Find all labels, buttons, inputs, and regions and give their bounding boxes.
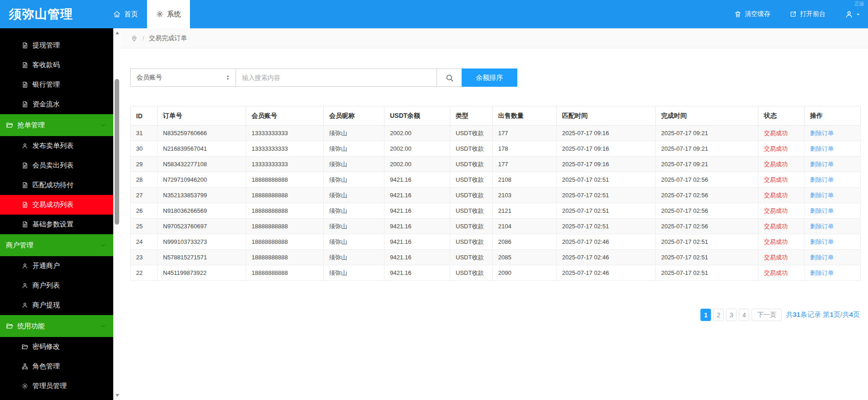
page-button[interactable]: 3 <box>726 309 736 321</box>
user-icon <box>21 282 28 289</box>
table-cell: USDT收款 <box>450 250 493 265</box>
user-icon <box>845 10 853 19</box>
page-button[interactable]: 4 <box>739 309 749 321</box>
clear-cache-link[interactable]: 清空缓存 <box>734 10 770 18</box>
table-cell: 177 <box>493 157 557 172</box>
table-cell: USDT收款 <box>450 203 493 219</box>
column-header: 订单号 <box>158 106 246 126</box>
sidebar-section[interactable]: 统用功能 <box>0 315 113 337</box>
sidebar-section[interactable]: 抢单管理 <box>0 114 113 136</box>
table-cell: 交易成功 <box>758 172 805 188</box>
page-button-active[interactable]: 1 <box>700 309 711 321</box>
sidebar-item[interactable]: 交易成功列表 <box>0 195 113 215</box>
sidebar-section[interactable]: 商户管理 <box>0 234 113 256</box>
sidebar-item[interactable]: 商户提现 <box>0 295 113 315</box>
column-header: 会员账号 <box>246 106 324 126</box>
table-cell: 交易成功 <box>758 141 805 157</box>
page-button[interactable]: 2 <box>713 309 724 321</box>
doc-icon <box>21 62 28 68</box>
watermark-label: 正版 <box>854 0 864 7</box>
sidebar-item-label: 管理员管理 <box>32 382 67 390</box>
scroll-down-arrow[interactable] <box>114 392 121 399</box>
sidebar-item[interactable]: 角色管理 <box>0 357 113 376</box>
external-link-icon <box>789 11 797 18</box>
sidebar-item[interactable]: 开通商户 <box>0 256 113 276</box>
table-cell: 18888888888 <box>246 250 324 265</box>
sidebar-item[interactable]: 商户列表 <box>0 276 113 295</box>
delete-order-link[interactable]: 删除订单 <box>810 254 834 261</box>
chevron-down-icon <box>100 122 106 128</box>
table-cell: 13333333333 <box>246 126 324 141</box>
sidebar-item[interactable]: 匹配成功待付 <box>0 175 113 195</box>
delete-order-link[interactable]: 删除订单 <box>810 223 834 230</box>
table-row: 28N72971094620018888888888须弥山9421.16USDT… <box>131 172 861 188</box>
gear-icon <box>21 383 28 389</box>
search-input[interactable] <box>236 68 437 87</box>
sidebar-item[interactable]: 提现管理 <box>0 36 113 55</box>
table-cell: 2002.00 <box>384 157 450 172</box>
column-header: 会员昵称 <box>324 106 384 126</box>
table-cell: 31 <box>131 126 158 141</box>
table-cell: 177 <box>493 126 557 141</box>
tab-system[interactable]: 系统 <box>147 0 190 28</box>
sidebar-item-label: 银行管理 <box>32 80 60 89</box>
sidebar-item[interactable]: 资金流水 <box>0 95 113 114</box>
table-header-row: ID订单号会员账号会员昵称USDT余额类型出售数量匹配时间完成时间状态操作 <box>131 106 861 126</box>
table-cell: N216839567041 <box>158 141 246 157</box>
delete-order-link[interactable]: 删除订单 <box>810 161 834 168</box>
sort-arrows-icon <box>225 74 231 81</box>
table-cell: 2025-07-17 02:51 <box>656 250 758 265</box>
table-cell: 删除订单 <box>805 250 861 265</box>
table-cell: 删除订单 <box>805 188 861 203</box>
delete-order-link[interactable]: 删除订单 <box>810 238 834 245</box>
delete-order-link[interactable]: 删除订单 <box>810 192 834 199</box>
sidebar-item[interactable]: 会员卖出列表 <box>0 156 113 175</box>
user-icon <box>21 142 28 149</box>
table-cell: 2025-07-17 02:51 <box>656 234 758 250</box>
table-cell: 2103 <box>493 188 557 203</box>
sidebar-item[interactable]: 客收款码 <box>0 55 113 75</box>
sidebar-item[interactable]: 银行管理 <box>0 75 113 95</box>
sidebar-item[interactable]: 密码修改 <box>0 337 113 357</box>
balance-sort-button[interactable]: 余额排序 <box>462 68 517 87</box>
table-cell: 18888888888 <box>246 203 324 219</box>
search-field-select[interactable]: 会员账号 <box>130 68 236 87</box>
delete-order-link[interactable]: 删除订单 <box>810 130 834 137</box>
table-cell: 须弥山 <box>324 157 384 172</box>
delete-order-link[interactable]: 删除订单 <box>810 145 834 152</box>
table-cell: 2025-07-17 09:21 <box>656 126 758 141</box>
table-cell: 9421.16 <box>384 265 450 281</box>
tab-home[interactable]: 首页 <box>104 0 147 28</box>
table-cell: 18888888888 <box>246 234 324 250</box>
delete-order-link[interactable]: 删除订单 <box>810 176 834 183</box>
delete-order-link[interactable]: 删除订单 <box>810 269 834 276</box>
table-cell: 2025-07-17 02:46 <box>557 250 656 265</box>
column-header: 状态 <box>758 106 805 126</box>
next-page-button[interactable]: 下一页 <box>752 309 782 321</box>
sidebar-item[interactable]: 基础参数设置 <box>0 215 113 234</box>
orders-table: ID订单号会员账号会员昵称USDT余额类型出售数量匹配时间完成时间状态操作 31… <box>130 106 861 281</box>
table-cell: 22 <box>131 265 158 281</box>
table-cell: 交易成功 <box>758 250 805 265</box>
table-row: 24N99910373327318888888888须弥山9421.16USDT… <box>131 234 861 250</box>
doc-icon <box>21 101 28 108</box>
scrollbar-thumb[interactable] <box>115 79 119 225</box>
table-row: 29N58343227710813333333333须弥山2002.00USDT… <box>131 157 861 172</box>
open-frontend-link[interactable]: 打开前台 <box>789 10 826 18</box>
column-header: USDT余额 <box>384 106 450 126</box>
table-cell: N999103733273 <box>158 234 246 250</box>
user-menu[interactable] <box>845 10 861 19</box>
table-cell: 2025-07-17 09:21 <box>656 141 758 157</box>
sidebar-item[interactable] <box>0 396 113 400</box>
doc-icon <box>21 182 28 189</box>
table-cell: 2025-07-17 02:51 <box>557 203 656 219</box>
table-cell: 2025-07-17 02:51 <box>656 265 758 281</box>
sidebar-item[interactable]: 管理员管理 <box>0 376 113 396</box>
table-cell: 删除订单 <box>805 141 861 157</box>
table-cell: USDT收款 <box>450 141 493 157</box>
scroll-up-arrow[interactable] <box>114 29 121 37</box>
search-button[interactable] <box>437 68 462 87</box>
sidebar-item[interactable]: 发布卖单列表 <box>0 136 113 156</box>
home-icon <box>113 11 121 18</box>
delete-order-link[interactable]: 删除订单 <box>810 207 834 214</box>
